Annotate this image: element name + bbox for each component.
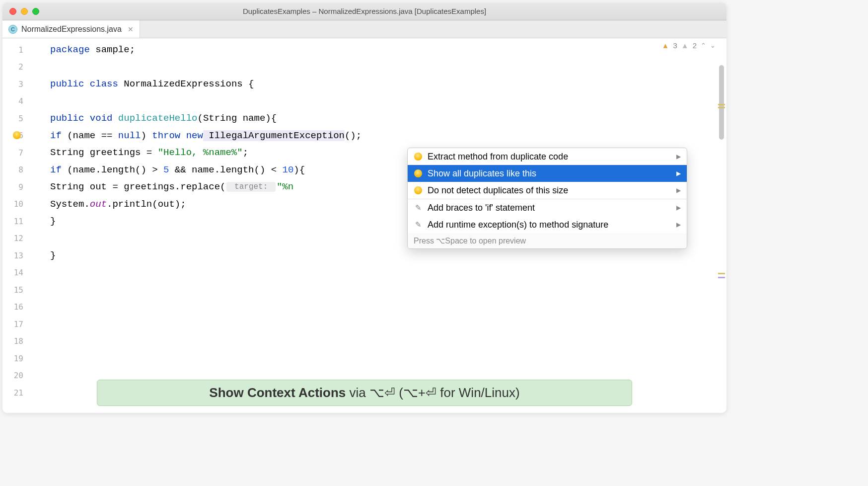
submenu-arrow-icon: ▶ <box>676 221 681 228</box>
line-number: 12 <box>2 230 38 247</box>
close-window-button[interactable] <box>9 8 16 15</box>
tutorial-hint-banner: Show Context Actions via ⌥⏎ (⌥+⏎ for Win… <box>97 380 632 406</box>
inspection-indicators[interactable]: ▲3 ▲2 ⌃ ⌄ <box>662 41 716 50</box>
keyword: throw <box>152 130 180 141</box>
scroll-thumb[interactable] <box>719 65 724 140</box>
line-number: 7 <box>2 144 38 162</box>
menu-footer-hint: Press ⌥Space to open preview <box>408 233 687 248</box>
code-text: String greetings = <box>50 147 158 158</box>
weak-warning-count: 2 <box>693 41 697 50</box>
method-name: duplicateHello <box>118 113 198 124</box>
menu-item-show-duplicates[interactable]: Show all duplicates like this ▶ <box>408 165 687 182</box>
menu-item-extract-method[interactable]: Extract method from duplicate code ▶ <box>408 148 687 165</box>
next-highlight-icon[interactable]: ⌄ <box>710 42 716 49</box>
number: 5 <box>163 164 169 175</box>
weak-warning-icon: ▲ <box>681 41 689 50</box>
submenu-arrow-icon: ▶ <box>676 153 681 160</box>
keyword: public <box>50 79 84 89</box>
intention-actions-menu: Extract method from duplicate code ▶ Sho… <box>407 148 687 249</box>
java-class-icon: C <box>8 25 17 34</box>
line-number: 3 <box>2 76 38 93</box>
hint-text: via ⌥⏎ (⌥+⏎ for Win/Linux) <box>346 385 519 400</box>
menu-item-add-exception[interactable]: ✎ Add runtime exception(s) to method sig… <box>408 216 687 233</box>
scroll-mark-info[interactable] <box>718 277 725 278</box>
keyword: public <box>50 113 84 124</box>
keyword: new <box>186 130 203 141</box>
line-number: 17 <box>2 316 38 333</box>
scroll-mark-warning[interactable] <box>718 273 725 274</box>
pencil-icon: ✎ <box>414 203 423 212</box>
keyword: void <box>90 113 113 124</box>
window-title: DuplicatesExamples – NormalizedExpressio… <box>243 7 486 15</box>
titlebar: DuplicatesExamples – NormalizedExpressio… <box>2 2 726 20</box>
parameter-hint: target: <box>226 182 275 192</box>
code-text: (name.length() > <box>62 164 163 175</box>
code-text: .println(out); <box>107 199 186 210</box>
hint-bold: Show Context Actions <box>209 385 346 400</box>
line-number: 14 <box>2 264 38 282</box>
window-controls <box>9 8 39 15</box>
submenu-arrow-icon: ▶ <box>676 204 681 211</box>
line-number: 19 <box>2 350 38 367</box>
line-number: 13 <box>2 247 38 264</box>
keyword: package <box>50 44 90 55</box>
code-text: ; <box>243 147 248 158</box>
scroll-mark-warning[interactable] <box>718 104 725 105</box>
code-text: (name == <box>62 130 118 141</box>
bulb-icon <box>414 186 423 194</box>
menu-label: Add braces to 'if' statement <box>428 203 535 213</box>
submenu-arrow-icon: ▶ <box>676 187 681 194</box>
line-number: 4 <box>2 93 38 110</box>
code-text: System. <box>50 199 90 210</box>
menu-item-add-braces[interactable]: ✎ Add braces to 'if' statement ▶ <box>408 199 687 216</box>
fold-gutter <box>38 38 50 413</box>
line-number: 15 <box>2 281 38 299</box>
code-text: } <box>50 250 56 261</box>
line-number: 1 <box>2 41 38 59</box>
field-ref: out <box>90 199 107 210</box>
line-number: 20 <box>2 367 38 385</box>
menu-label: Do not detect duplicates of this size <box>428 185 568 196</box>
menu-label: Show all duplicates like this <box>428 168 536 179</box>
line-number: 2 <box>2 59 38 76</box>
number: 10 <box>283 164 294 175</box>
submenu-arrow-icon: ▶ <box>676 170 681 177</box>
keyword: if <box>50 130 62 141</box>
editor-tabs: C NormalizedExpressions.java ✕ <box>2 20 726 38</box>
keyword: null <box>118 130 141 141</box>
prev-highlight-icon[interactable]: ⌃ <box>701 42 706 49</box>
code-text: } <box>50 216 56 227</box>
zoom-window-button[interactable] <box>32 8 39 15</box>
menu-label: Add runtime exception(s) to method signa… <box>428 220 608 230</box>
scroll-mark-warning[interactable] <box>718 107 725 108</box>
code-text <box>180 130 186 141</box>
code-text: (); <box>345 130 362 141</box>
bulb-icon <box>414 169 423 177</box>
ide-window: DuplicatesExamples – NormalizedExpressio… <box>2 2 726 413</box>
menu-label: Extract method from duplicate code <box>428 152 568 162</box>
minimize-window-button[interactable] <box>21 8 28 15</box>
string-literal: "%n <box>277 181 293 192</box>
string-literal: "Hello, %name%" <box>158 147 243 158</box>
menu-item-ignore-size[interactable]: Do not detect duplicates of this size ▶ <box>408 182 687 199</box>
tab-normalized-expressions[interactable]: C NormalizedExpressions.java ✕ <box>2 20 140 38</box>
intention-bulb-icon[interactable] <box>13 131 22 140</box>
line-number: 21 <box>2 384 38 402</box>
line-number: 11 <box>2 213 38 230</box>
close-tab-icon[interactable]: ✕ <box>128 25 134 33</box>
code-text: { <box>243 79 254 89</box>
line-number: 10 <box>2 196 38 213</box>
bulb-icon <box>414 153 423 161</box>
line-number: 5 <box>2 110 38 127</box>
tab-label: NormalizedExpressions.java <box>21 25 122 34</box>
keyword: if <box>50 164 62 175</box>
editor-scrollbar[interactable] <box>718 39 725 411</box>
keyword: class <box>90 79 118 89</box>
line-number: 8 <box>2 162 38 179</box>
warning-count: 3 <box>673 41 677 50</box>
code-text: sample; <box>90 44 135 55</box>
code-text: ) <box>141 130 152 141</box>
line-number-gutter: 1 2 3 4 5 6 7 8 9 10 11 12 13 14 15 16 1… <box>2 38 38 413</box>
pencil-icon: ✎ <box>414 220 423 229</box>
line-number: 9 <box>2 178 38 196</box>
